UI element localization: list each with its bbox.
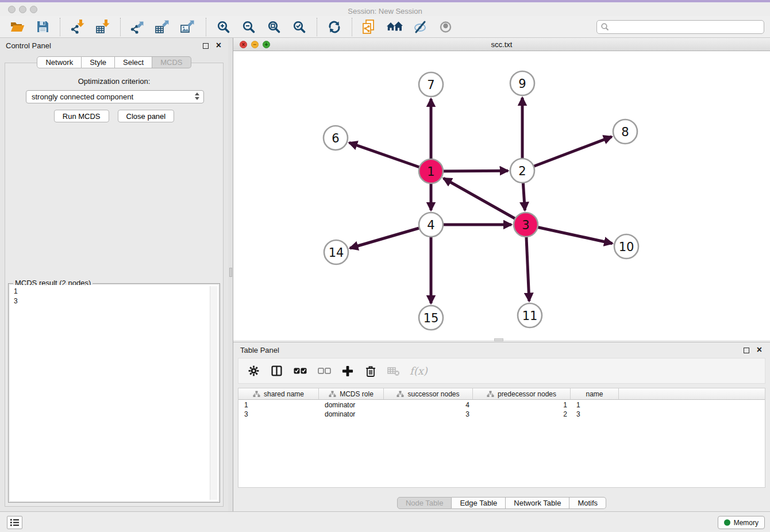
tab-mcds[interactable]: MCDS — [152, 56, 191, 68]
edge-3-10[interactable] — [526, 225, 613, 244]
node-label-7: 7 — [427, 78, 434, 92]
tab-network[interactable]: Network — [37, 56, 82, 68]
network-overview-button[interactable] — [382, 17, 407, 37]
edge-3-1[interactable] — [444, 178, 526, 225]
table-settings-button[interactable] — [247, 364, 260, 379]
export-network-button[interactable] — [125, 17, 151, 37]
column-header-predecessor-nodes[interactable]: predecessor nodes — [473, 388, 571, 399]
toolbar-separator — [317, 18, 317, 36]
column-selector-button[interactable] — [270, 364, 283, 379]
table-row[interactable]: 1dominator411 — [238, 400, 765, 410]
node-label-3: 3 — [522, 218, 529, 232]
column-header-mcds-role[interactable]: MCDS role — [319, 388, 384, 399]
show-details-button[interactable] — [433, 17, 458, 37]
export-table-button[interactable] — [151, 17, 176, 37]
optimization-criterion-select[interactable]: strongly connected component — [26, 90, 204, 103]
cell-mcds-role[interactable]: dominator — [319, 400, 384, 410]
import-network-button[interactable] — [65, 17, 90, 37]
zoom-selected-button[interactable] — [287, 17, 312, 37]
table-header-row: shared nameMCDS rolesuccessor nodesprede… — [238, 388, 765, 400]
open-folder-icon — [10, 21, 25, 33]
control-panel-header: Control Panel × — [0, 38, 228, 54]
plus-icon — [342, 365, 353, 377]
status-bar: Memory — [0, 511, 770, 532]
memory-status-icon — [724, 519, 730, 526]
close-panel-icon[interactable]: × — [216, 40, 221, 51]
table-body[interactable]: 1dominator4113dominator323 — [238, 400, 765, 487]
toolbar-separator — [60, 18, 60, 36]
export-table-icon — [155, 19, 171, 34]
network-graph: 1234678910111415 — [233, 51, 770, 340]
network-window-titlebar[interactable]: × − + scc.txt — [233, 38, 770, 51]
delete-column-button[interactable] — [364, 364, 378, 379]
search-input[interactable] — [610, 21, 764, 33]
optimization-criterion-label: Optimization criterion: — [5, 77, 223, 86]
cell-shared-name[interactable]: 1 — [238, 400, 319, 410]
close-panel-button[interactable]: Close panel — [118, 110, 175, 122]
node-label-11: 11 — [522, 309, 538, 323]
float-table-panel-icon[interactable] — [744, 348, 749, 353]
function-builder-button[interactable]: f(x) — [410, 365, 428, 377]
table-row[interactable]: 3dominator323 — [238, 410, 765, 419]
mcds-panel: Optimization criterion: strongly connect… — [5, 63, 224, 507]
select-stepper-icon — [195, 92, 199, 100]
select-all-button[interactable] — [292, 364, 307, 379]
close-table-panel-icon[interactable]: × — [757, 344, 762, 356]
zoom-out-button[interactable] — [236, 17, 261, 37]
tab-select[interactable]: Select — [115, 56, 152, 68]
zoom-in-button[interactable] — [211, 17, 236, 37]
tab-motifs[interactable]: Motifs — [569, 497, 606, 509]
vertical-splitter-grip[interactable] — [229, 268, 232, 277]
cell-successor-nodes[interactable]: 4 — [384, 400, 473, 410]
main-titlebar: Session: New Session — [0, 2, 770, 16]
node-label-10: 10 — [619, 240, 634, 254]
node-label-2: 2 — [518, 164, 526, 178]
column-header-label: successor nodes — [407, 390, 459, 398]
mcds-result-list[interactable]: 13 — [10, 285, 218, 501]
tab-edge-table[interactable]: Edge Table — [452, 497, 506, 509]
column-header-shared-name[interactable]: shared name — [238, 388, 319, 399]
export-image-button[interactable] — [176, 17, 201, 37]
delete-table-button[interactable] — [387, 364, 401, 379]
column-header-name[interactable]: name — [571, 388, 619, 399]
columns-icon — [271, 365, 282, 376]
cell-predecessor-nodes[interactable]: 2 — [473, 410, 571, 419]
search-field[interactable] — [596, 20, 764, 34]
horizontal-splitter-grip[interactable] — [494, 338, 503, 341]
cell-predecessor-nodes[interactable]: 1 — [473, 400, 571, 410]
column-header-successor-nodes[interactable]: successor nodes — [384, 388, 473, 399]
cell-shared-name[interactable]: 3 — [238, 410, 319, 419]
save-session-button[interactable] — [30, 17, 55, 37]
deselect-all-button[interactable] — [317, 364, 332, 379]
refresh-button[interactable] — [322, 17, 347, 37]
edge-1-6[interactable] — [349, 142, 431, 171]
network-canvas[interactable]: 1234678910111415 — [233, 51, 770, 340]
node-table: shared nameMCDS rolesuccessor nodesprede… — [238, 388, 765, 488]
save-floppy-icon — [36, 20, 49, 33]
network-window-title: scc.txt — [233, 38, 770, 51]
result-line: 3 — [14, 296, 218, 306]
node-label-1: 1 — [427, 165, 434, 179]
memory-button[interactable]: Memory — [718, 516, 765, 529]
open-session-button[interactable] — [5, 17, 30, 37]
cell-successor-nodes[interactable]: 3 — [384, 410, 473, 419]
table-panel-header: Table Panel × — [233, 342, 770, 358]
gear-icon — [248, 365, 260, 377]
add-column-button[interactable] — [341, 364, 355, 379]
run-mcds-button[interactable]: Run MCDS — [54, 110, 109, 122]
main-toolbar — [0, 16, 770, 38]
import-table-button[interactable] — [90, 17, 116, 37]
tab-network-table[interactable]: Network Table — [506, 497, 569, 509]
fit-content-button[interactable] — [261, 17, 287, 37]
hide-details-button[interactable] — [407, 17, 433, 37]
cell-mcds-role[interactable]: dominator — [319, 410, 384, 419]
edge-2-8[interactable] — [522, 137, 612, 171]
clone-network-button[interactable] — [357, 17, 382, 37]
tab-node-table[interactable]: Node Table — [397, 497, 452, 509]
cell-name[interactable]: 3 — [571, 410, 619, 419]
float-panel-icon[interactable] — [203, 43, 209, 49]
result-scrollbar[interactable] — [210, 286, 217, 500]
tab-style[interactable]: Style — [82, 56, 115, 68]
cell-name[interactable]: 1 — [571, 400, 619, 410]
task-history-button[interactable] — [7, 516, 22, 529]
